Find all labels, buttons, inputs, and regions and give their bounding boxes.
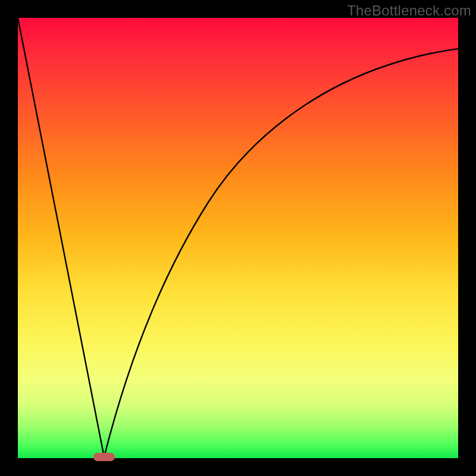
- plot-area: [18, 18, 458, 458]
- minimum-marker: [93, 453, 115, 461]
- curve-left-branch: [18, 18, 104, 457]
- watermark-text: TheBottleneck.com: [347, 2, 471, 19]
- outer-frame: TheBottleneck.com: [0, 0, 476, 476]
- curve-right-branch: [104, 49, 458, 457]
- bottleneck-curve: [18, 18, 458, 458]
